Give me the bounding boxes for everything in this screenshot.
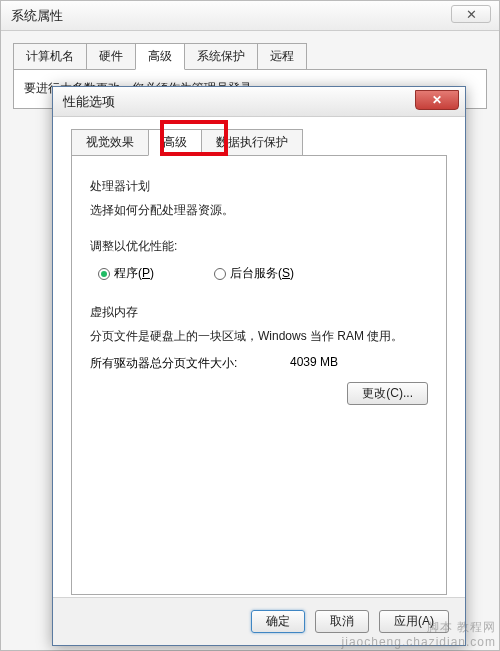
parent-titlebar: 系统属性 ✕ (1, 1, 499, 31)
performance-options-dialog: 性能选项 ✕ 视觉效果 高级 数据执行保护 处理器计划 选择如何分配处理器资源。… (52, 86, 466, 646)
tab-dep[interactable]: 数据执行保护 (201, 129, 303, 156)
tab-computer-name[interactable]: 计算机名 (13, 43, 87, 70)
vm-desc: 分页文件是硬盘上的一块区域，Windows 当作 RAM 使用。 (90, 327, 428, 345)
vm-heading: 虚拟内存 (90, 304, 428, 321)
child-titlebar: 性能选项 ✕ (53, 87, 465, 117)
tab-system-protection[interactable]: 系统保护 (184, 43, 258, 70)
close-icon: ✕ (466, 7, 477, 22)
parent-title: 系统属性 (11, 7, 63, 25)
child-footer: 确定 取消 应用(A) (53, 597, 465, 645)
parent-tabbar: 计算机名 硬件 高级 系统保护 远程 (13, 43, 487, 70)
child-title: 性能选项 (63, 93, 115, 111)
adjust-label: 调整以优化性能: (90, 237, 428, 255)
ok-button[interactable]: 确定 (251, 610, 305, 633)
close-icon: ✕ (432, 93, 442, 107)
child-body: 视觉效果 高级 数据执行保护 处理器计划 选择如何分配处理器资源。 调整以优化性… (53, 117, 465, 597)
radio-programs-label: 程序(P) (114, 265, 154, 282)
tab-advanced[interactable]: 高级 (135, 43, 185, 70)
child-tabbar: 视觉效果 高级 数据执行保护 (71, 129, 447, 156)
tab-hardware[interactable]: 硬件 (86, 43, 136, 70)
child-tabpanel: 处理器计划 选择如何分配处理器资源。 调整以优化性能: 程序(P) 后台服务(S… (71, 155, 447, 595)
radio-background-services[interactable]: 后台服务(S) (214, 265, 294, 282)
processor-desc: 选择如何分配处理器资源。 (90, 201, 428, 219)
radio-icon (98, 268, 110, 280)
parent-close-button[interactable]: ✕ (451, 5, 491, 23)
change-button[interactable]: 更改(C)... (347, 382, 428, 405)
processor-heading: 处理器计划 (90, 178, 428, 195)
vm-button-row: 更改(C)... (90, 382, 428, 405)
vm-total-row: 所有驱动器总分页文件大小: 4039 MB (90, 355, 428, 372)
child-close-button[interactable]: ✕ (415, 90, 459, 110)
radio-programs[interactable]: 程序(P) (98, 265, 154, 282)
cancel-button[interactable]: 取消 (315, 610, 369, 633)
tab-visual-effects[interactable]: 视觉效果 (71, 129, 149, 156)
apply-button[interactable]: 应用(A) (379, 610, 449, 633)
vm-total-label: 所有驱动器总分页文件大小: (90, 355, 290, 372)
processor-radio-group: 程序(P) 后台服务(S) (98, 265, 428, 282)
radio-icon (214, 268, 226, 280)
radio-services-label: 后台服务(S) (230, 265, 294, 282)
tab-advanced[interactable]: 高级 (148, 129, 202, 156)
tab-remote[interactable]: 远程 (257, 43, 307, 70)
vm-total-value: 4039 MB (290, 355, 370, 372)
